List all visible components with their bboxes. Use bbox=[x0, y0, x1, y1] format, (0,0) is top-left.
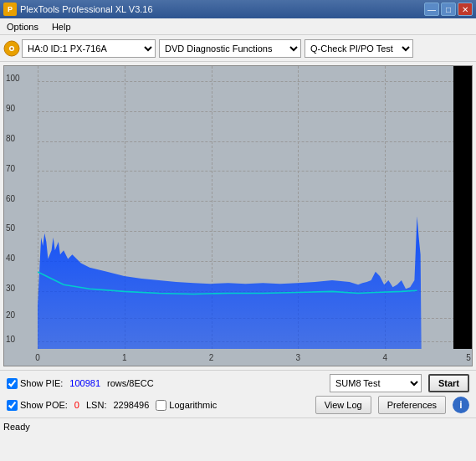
x-label-5: 5 bbox=[466, 353, 471, 362]
maximize-button[interactable]: □ bbox=[441, 3, 456, 16]
minimize-button[interactable]: — bbox=[424, 3, 439, 16]
x-label-2: 2 bbox=[209, 353, 214, 362]
close-button[interactable]: ✕ bbox=[458, 3, 473, 16]
status-bar: Ready bbox=[0, 417, 476, 434]
y-label-60: 60 bbox=[6, 193, 15, 202]
y-label-50: 50 bbox=[6, 223, 15, 233]
y-label-20: 20 bbox=[6, 310, 15, 320]
pie-value: 100981 bbox=[69, 378, 100, 388]
y-label-90: 90 bbox=[6, 104, 15, 113]
chart-svg bbox=[38, 66, 453, 349]
rows-label: rows/8ECC bbox=[107, 378, 154, 388]
drive-select[interactable]: HA:0 ID:1 PX-716A bbox=[22, 39, 156, 58]
show-poe-checkbox[interactable] bbox=[7, 400, 18, 411]
y-label-40: 40 bbox=[6, 254, 15, 263]
logarithmic-label: Logarithmic bbox=[169, 400, 217, 410]
control-row-2: Show POE: 0 LSN: 2298496 Logarithmic Vie… bbox=[7, 396, 469, 414]
chart-container: 100 90 80 70 60 50 40 30 20 10 0 1 2 3 4… bbox=[3, 65, 473, 366]
lsn-label: LSN: bbox=[86, 400, 106, 410]
preferences-button[interactable]: Preferences bbox=[378, 396, 446, 414]
show-pie-label: Show PIE: bbox=[20, 378, 63, 388]
show-pie-checkbox-label[interactable]: Show PIE: bbox=[7, 378, 63, 389]
disc-end-marker bbox=[453, 66, 472, 349]
view-log-button[interactable]: View Log bbox=[315, 396, 371, 414]
y-label-80: 80 bbox=[6, 133, 15, 142]
menu-bar: Options Help bbox=[0, 18, 476, 35]
menu-help[interactable]: Help bbox=[49, 20, 74, 33]
x-label-1: 1 bbox=[122, 353, 127, 362]
toolbar: HA:0 ID:1 PX-716A DVD Diagnostic Functio… bbox=[0, 35, 476, 62]
window-controls: — □ ✕ bbox=[424, 3, 473, 16]
title-bar: P PlexTools Professional XL V3.16 — □ ✕ bbox=[0, 0, 476, 18]
menu-options[interactable]: Options bbox=[3, 20, 42, 33]
x-label-0: 0 bbox=[35, 353, 40, 362]
test-select[interactable]: Q-Check PI/PO Test bbox=[305, 39, 413, 58]
start-button[interactable]: Start bbox=[428, 374, 469, 392]
lsn-value: 2298496 bbox=[113, 400, 149, 410]
x-label-3: 3 bbox=[296, 353, 301, 362]
svg-point-2 bbox=[11, 47, 13, 49]
function-select[interactable]: DVD Diagnostic Functions bbox=[159, 39, 301, 58]
logarithmic-checkbox-label[interactable]: Logarithmic bbox=[156, 400, 217, 411]
sum8-select[interactable]: SUM8 Test bbox=[330, 374, 422, 392]
y-label-100: 100 bbox=[6, 74, 20, 83]
logarithmic-checkbox[interactable] bbox=[156, 400, 166, 411]
poe-value: 0 bbox=[74, 400, 79, 410]
title-bar-left: P PlexTools Professional XL V3.16 bbox=[3, 3, 153, 16]
app-title: PlexTools Professional XL V3.16 bbox=[20, 4, 153, 14]
app-icon: P bbox=[3, 3, 17, 16]
show-pie-checkbox[interactable] bbox=[7, 378, 18, 389]
control-row-1: Show PIE: 100981 rows/8ECC SUM8 Test Sta… bbox=[7, 374, 469, 392]
show-poe-checkbox-label[interactable]: Show POE: bbox=[7, 400, 68, 411]
drive-icon bbox=[3, 40, 20, 57]
y-label-10: 10 bbox=[6, 334, 15, 343]
y-label-70: 70 bbox=[6, 163, 15, 172]
y-label-30: 30 bbox=[6, 283, 15, 292]
drive-select-wrap: HA:0 ID:1 PX-716A bbox=[3, 39, 156, 58]
app-icon-letter: P bbox=[8, 5, 13, 13]
info-icon[interactable]: i bbox=[453, 397, 469, 413]
bottom-controls: Show PIE: 100981 rows/8ECC SUM8 Test Sta… bbox=[0, 370, 476, 417]
chart-inner: 100 90 80 70 60 50 40 30 20 10 0 1 2 3 4… bbox=[4, 66, 472, 366]
x-label-4: 4 bbox=[382, 353, 387, 362]
show-poe-label: Show POE: bbox=[20, 400, 68, 410]
pie-data-area bbox=[38, 216, 422, 349]
status-text: Ready bbox=[3, 422, 30, 432]
